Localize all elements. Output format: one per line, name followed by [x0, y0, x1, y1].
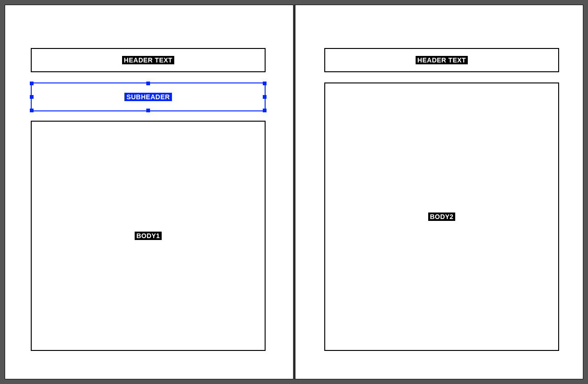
selection-handle-middle-right[interactable]	[263, 95, 267, 99]
selection-handle-top-left[interactable]	[30, 82, 34, 85]
frame-label-body-right: BODY2	[428, 213, 456, 221]
frame-label-subheader: SUBHEADER	[124, 93, 171, 101]
frame-header-left[interactable]: HEADER TEXT	[31, 48, 266, 72]
page-left[interactable]: HEADER TEXT SUBHEADER BODY1	[5, 5, 294, 379]
selection-handle-bottom-center[interactable]	[146, 109, 150, 112]
frame-header-right[interactable]: HEADER TEXT	[324, 48, 559, 72]
selection-handle-top-center[interactable]	[146, 82, 150, 85]
frame-label-header-left: HEADER TEXT	[122, 56, 174, 64]
frame-subheader[interactable]: SUBHEADER	[31, 82, 266, 111]
selection-handle-middle-left[interactable]	[30, 95, 34, 99]
frame-label-body-left: BODY1	[135, 232, 162, 240]
frame-body-left[interactable]: BODY1	[31, 121, 266, 351]
page-right[interactable]: HEADER TEXT BODY2	[294, 5, 583, 379]
selection-handle-bottom-left[interactable]	[30, 109, 34, 112]
selection-handle-bottom-right[interactable]	[263, 109, 267, 112]
frame-body-right[interactable]: BODY2	[324, 82, 559, 351]
selection-handle-top-right[interactable]	[263, 82, 267, 85]
layout-canvas[interactable]: HEADER TEXT SUBHEADER BODY1 HEADER TEXT …	[5, 5, 583, 379]
frame-label-header-right: HEADER TEXT	[416, 56, 468, 64]
